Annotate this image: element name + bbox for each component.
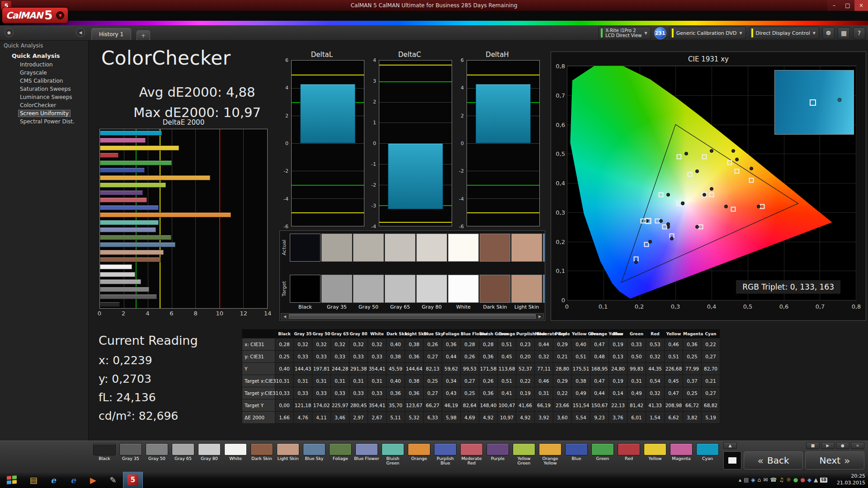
patch-button-gray-35[interactable]: Gray 35 bbox=[118, 443, 144, 466]
swatch-target-white[interactable] bbox=[448, 275, 479, 303]
start-button[interactable] bbox=[0, 472, 24, 488]
taskbar-app-file-explorer[interactable]: ▤ bbox=[24, 472, 43, 488]
patch-button-white[interactable]: White bbox=[222, 443, 249, 466]
swatch-target-light-skin[interactable] bbox=[511, 275, 542, 303]
loop-button[interactable]: ∞ bbox=[851, 442, 864, 449]
add-tab-button[interactable]: + bbox=[137, 30, 150, 40]
taskbar-app-calman[interactable]: 5 bbox=[123, 472, 143, 488]
sidebar-item-cms-calibration[interactable]: CMS Calibration bbox=[0, 77, 88, 85]
swatch-actual-dark-skin[interactable] bbox=[480, 234, 510, 262]
layout-button[interactable]: ▦ bbox=[838, 27, 850, 39]
source-selector[interactable]: Generic Calibration DVD ▼ bbox=[670, 27, 746, 39]
swatch-target-gray-35[interactable] bbox=[321, 275, 352, 303]
status-green-icon[interactable]: ● bbox=[793, 477, 798, 483]
display-icon[interactable]: ▤ bbox=[744, 477, 749, 483]
swatch-actual-blue-sky[interactable] bbox=[543, 234, 545, 262]
patch-button-magenta[interactable]: Magenta bbox=[668, 443, 694, 466]
patch-button-yellow-green[interactable]: Yellow Green bbox=[511, 443, 537, 466]
patch-button-foliage[interactable]: Foliage bbox=[327, 443, 354, 466]
close-button[interactable]: × bbox=[854, 0, 868, 11]
patch-button-black[interactable]: Black bbox=[91, 443, 118, 466]
patch-button-purplish-blue[interactable]: Purplish Blue bbox=[432, 443, 458, 466]
stop-button[interactable]: ■ bbox=[806, 442, 820, 449]
patch-button-green[interactable]: Green bbox=[590, 443, 616, 466]
swatch-actual-light-skin[interactable] bbox=[511, 234, 542, 262]
swatch-target-gray-50[interactable] bbox=[353, 275, 384, 303]
sidebar-item-grayscale[interactable]: Grayscale bbox=[0, 69, 88, 77]
update-icon[interactable]: ☼ bbox=[786, 477, 791, 483]
swatch-actual-gray-35[interactable] bbox=[321, 234, 352, 262]
collapse-sidebar-button[interactable]: ◀ bbox=[76, 28, 85, 37]
network-icon[interactable]: ▲ bbox=[814, 477, 818, 483]
patch-button-purple[interactable]: Purple bbox=[485, 443, 511, 466]
hidden-icons-icon[interactable]: ▴ bbox=[739, 477, 741, 483]
mail-icon[interactable]: ✉ bbox=[763, 477, 768, 483]
patch-button-bluish-green[interactable]: Bluish Green bbox=[380, 443, 406, 466]
scrollbar-thumb[interactable] bbox=[289, 314, 536, 319]
maximize-button[interactable]: □ bbox=[841, 0, 854, 11]
taskbar-app-media-player[interactable]: ▶ bbox=[83, 472, 103, 488]
patch-button-dark-skin[interactable]: Dark Skin bbox=[249, 443, 275, 466]
next-button[interactable]: Next » bbox=[805, 451, 864, 469]
scroll-right-button[interactable]: ▶ bbox=[536, 314, 543, 319]
help-button[interactable]: ? bbox=[853, 27, 865, 39]
tab-history-1[interactable]: History 1 bbox=[91, 28, 131, 40]
swatch-target-blue-sky[interactable] bbox=[543, 275, 545, 303]
swatch-actual-gray-50[interactable] bbox=[353, 234, 384, 262]
swatch-actual-black[interactable] bbox=[290, 234, 321, 262]
patch-button-cyan[interactable]: Cyan bbox=[694, 443, 721, 466]
audio-icon[interactable]: ♫ bbox=[779, 477, 784, 483]
eject-button[interactable]: ▲ bbox=[723, 442, 737, 449]
swatch-actual-gray-65[interactable] bbox=[385, 234, 415, 262]
logo-menu-button[interactable]: ▼ bbox=[56, 11, 64, 19]
taskbar-app-notes[interactable]: ✎ bbox=[103, 472, 123, 488]
panel-menu-button[interactable]: ● bbox=[5, 28, 14, 37]
graphics-icon[interactable]: ◈ bbox=[751, 477, 755, 483]
back-button[interactable]: « Back bbox=[744, 451, 803, 469]
swatch-scrollbar[interactable]: ◀ ▶ bbox=[281, 313, 544, 319]
patch-button-gray-80[interactable]: Gray 80 bbox=[196, 443, 222, 466]
status-red-icon[interactable]: ● bbox=[800, 477, 805, 483]
sidebar-item-luminance-sweeps[interactable]: Luminance Sweeps bbox=[0, 93, 88, 101]
display-control-selector[interactable]: Direct Display Control ▼ bbox=[749, 27, 819, 39]
patch-count-badge[interactable]: 231 bbox=[654, 27, 666, 39]
input-indicator[interactable]: SB bbox=[820, 478, 827, 483]
sidebar-item-screen-uniformity[interactable]: Screen Uniformity bbox=[0, 109, 88, 117]
patch-button-light-skin[interactable]: Light Skin bbox=[275, 443, 301, 466]
security-icon[interactable]: ◆ bbox=[807, 477, 811, 483]
swatch-target-black[interactable] bbox=[290, 275, 321, 303]
taskbar-app-browser[interactable]: e bbox=[63, 472, 83, 488]
minimize-button[interactable]: – bbox=[827, 0, 841, 11]
swatch-actual-white[interactable] bbox=[448, 234, 479, 262]
cie-current-reading-marker bbox=[645, 218, 651, 224]
sidebar-item-introduction[interactable]: Introduction bbox=[0, 61, 88, 69]
sidebar-root-item[interactable]: Quick Analysis bbox=[0, 50, 88, 61]
patch-button-gray-65[interactable]: Gray 65 bbox=[170, 443, 196, 466]
home-icon[interactable]: ⌂ bbox=[758, 477, 761, 483]
swatch-target-dark-skin[interactable] bbox=[480, 275, 510, 303]
patch-button-blue[interactable]: Blue bbox=[563, 443, 590, 466]
record-button[interactable]: ● bbox=[836, 442, 849, 449]
patch-button-blue-sky[interactable]: Blue Sky bbox=[301, 443, 327, 466]
taskbar-clock[interactable]: 20:25 21.03.2015 bbox=[837, 473, 865, 487]
sidebar-item-colorchecker[interactable]: ColorChecker bbox=[0, 101, 88, 109]
sidebar-item-saturation-sweeps[interactable]: Saturation Sweeps bbox=[0, 85, 88, 93]
patch-button-gray-50[interactable]: Gray 50 bbox=[144, 443, 170, 466]
swatch-target-gray-80[interactable] bbox=[416, 275, 447, 303]
patch-button-orange-yellow[interactable]: Orange Yellow bbox=[537, 443, 563, 466]
patch-button-red[interactable]: Red bbox=[616, 443, 642, 466]
patch-button-blue-flower[interactable]: Blue Flower bbox=[354, 443, 380, 466]
pattern-window-button[interactable] bbox=[723, 451, 741, 469]
taskbar-app-internet-explorer[interactable]: e bbox=[43, 472, 63, 488]
patch-button-moderate-red[interactable]: Moderate Red bbox=[458, 443, 485, 466]
swatch-target-gray-65[interactable] bbox=[385, 275, 415, 303]
phone-icon[interactable]: ☎ bbox=[770, 477, 777, 483]
patch-button-orange[interactable]: Orange bbox=[406, 443, 432, 466]
scroll-left-button[interactable]: ◀ bbox=[281, 314, 288, 319]
play-button[interactable]: ▶ bbox=[821, 442, 835, 449]
swatch-actual-gray-80[interactable] bbox=[416, 234, 447, 262]
sidebar-item-spectral-power-dist-[interactable]: Spectral Power Dist. bbox=[0, 117, 88, 126]
settings-button[interactable]: ☸ bbox=[822, 27, 835, 39]
meter-selector[interactable]: X-Rite i1Pro 2 LCD Direct View ▼ bbox=[599, 27, 651, 39]
patch-button-yellow[interactable]: Yellow bbox=[642, 443, 668, 466]
